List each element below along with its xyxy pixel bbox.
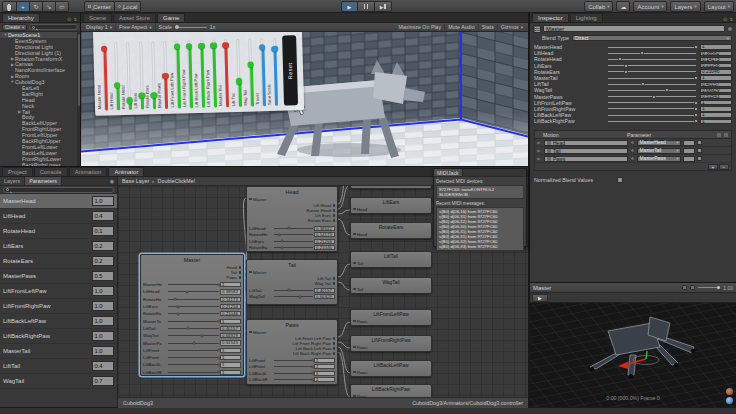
lock-icon[interactable]: ⊙	[723, 16, 727, 22]
hierarchy-search-input[interactable]	[29, 24, 78, 30]
slider-track[interactable]	[236, 39, 241, 107]
layers-dropdown[interactable]: Layers▾	[670, 1, 700, 12]
node-input-port[interactable]: Head	[353, 207, 367, 212]
gear-icon[interactable]	[727, 26, 733, 32]
weight-field[interactable]	[683, 156, 695, 162]
reset-button[interactable]: Reset	[282, 35, 298, 105]
camera-icon[interactable]	[690, 285, 695, 290]
slider-knob[interactable]	[694, 45, 698, 49]
mirror-checkbox[interactable]	[697, 148, 702, 153]
game-slider[interactable]: Time Scale	[268, 36, 282, 106]
motion-leaf-node[interactable]: RotateEars Head	[350, 222, 432, 239]
rotate-tool-button[interactable]: ↻	[30, 1, 43, 12]
motion-field[interactable]: Tail	[544, 148, 628, 154]
hand-tool-button[interactable]	[2, 1, 17, 12]
slider-knob[interactable]	[217, 283, 220, 286]
parameter-value-field[interactable]: 0.1	[92, 226, 114, 236]
tab-midijack[interactable]: MIDIJack	[434, 169, 463, 176]
parameter-slider[interactable]	[608, 115, 696, 116]
slider-value-field[interactable]: 0.14173	[220, 297, 241, 302]
preview-play-button[interactable]: ▶	[532, 294, 548, 302]
slider-knob[interactable]	[641, 82, 645, 86]
slider-value-field[interactable]: 1	[220, 282, 241, 287]
parameter-value-field[interactable]: 0.66929	[700, 88, 732, 93]
slider-track[interactable]	[151, 41, 156, 109]
slider-track[interactable]	[261, 38, 266, 106]
object-picker-icon[interactable]	[630, 140, 635, 145]
view-tab[interactable]: Game	[157, 13, 185, 22]
subtab[interactable]: Layers	[0, 177, 25, 185]
animator-parameter-row[interactable]: LiftBackLeftPaw 1.0	[0, 314, 117, 329]
parameter-value-field[interactable]: 0.2	[92, 241, 114, 251]
node-slider[interactable]	[168, 313, 219, 314]
mute-audio-toggle[interactable]: Mute Audio	[445, 24, 479, 30]
parameter-slider[interactable]	[608, 59, 696, 60]
slider-knob[interactable]	[217, 349, 220, 352]
play-button[interactable]: ▶	[341, 1, 358, 12]
node-input-port[interactable]: Paws	[353, 370, 367, 375]
slider-knob[interactable]	[618, 57, 622, 61]
parameter-dropdown[interactable]: MasterHead▾	[637, 140, 681, 146]
scale-slider[interactable]: Scale1x	[156, 23, 219, 31]
controller-name[interactable]: CuboidDog3	[123, 400, 153, 406]
remove-motion-button[interactable]: −	[719, 164, 729, 170]
display-dropdown[interactable]: Display 1▾	[83, 23, 116, 31]
slider-value-field[interactable]: 1	[220, 355, 241, 360]
menu-icon[interactable]: ≡	[730, 16, 733, 22]
parameter-value-field[interactable]: 1.0	[92, 301, 114, 311]
node-slider[interactable]	[168, 291, 219, 292]
menu-icon[interactable]: ≡	[74, 16, 77, 22]
parameter-value-field[interactable]: 1.0	[92, 346, 114, 356]
pivot-icon[interactable]	[682, 285, 687, 290]
slider-track[interactable]	[200, 40, 205, 108]
node-output-port[interactable]: Wag Tail	[314, 281, 335, 286]
parameter-slider[interactable]	[608, 90, 696, 91]
stats-toggle[interactable]: Stats	[479, 24, 498, 30]
node-slider[interactable]	[168, 335, 219, 336]
mirror-checkbox[interactable]	[697, 140, 702, 145]
drag-handle-icon[interactable]: =	[537, 148, 542, 154]
pivot-center-button[interactable]: Center	[84, 1, 115, 12]
slider-value-field[interactable]: 1	[220, 348, 241, 353]
node-slider[interactable]	[168, 321, 219, 322]
motion-leaf-node[interactable]: LiftTail Tail	[350, 251, 432, 268]
blend-type-dropdown[interactable]: Direct▾	[572, 35, 732, 42]
slider-value-field[interactable]: 0.21046	[220, 311, 241, 316]
slider-knob[interactable]	[280, 246, 283, 249]
parameter-value-field[interactable]: 0.38582	[700, 51, 732, 56]
slider-value-field[interactable]: 1	[314, 377, 335, 382]
motion-leaf-node[interactable]: WagTail Tail	[350, 277, 432, 294]
node-input-port[interactable]: Master	[249, 197, 266, 202]
slider-value-field[interactable]: 0.66929	[314, 294, 335, 299]
slider-knob[interactable]	[694, 119, 698, 123]
slider-knob[interactable]	[162, 73, 169, 80]
node-slider[interactable]	[274, 241, 313, 242]
slider-knob[interactable]	[217, 356, 220, 359]
blendtree-node-paws[interactable]: Paws Master Lift Front Left PawLift Fron…	[246, 319, 338, 385]
node-input-port[interactable]: Master	[249, 270, 266, 275]
slider-value-field[interactable]: 1	[220, 362, 241, 367]
inspector-tab[interactable]: Inspector	[532, 13, 569, 22]
parameter-dropdown[interactable]: MasterPaws▾	[637, 156, 681, 162]
dock-tab[interactable]: Animation	[69, 167, 108, 176]
slider-value-field[interactable]: 1	[220, 370, 241, 375]
slider-knob[interactable]	[217, 320, 220, 323]
game-viewport[interactable]: Master Head Lift Head Rotate Head Lift E…	[81, 32, 528, 166]
animator-parameter-row[interactable]: LiftTail 0.4	[0, 359, 117, 374]
asset-name-field[interactable]: Master	[543, 25, 725, 32]
node-slider[interactable]	[168, 372, 219, 373]
preview-header[interactable]: Master 1.00	[530, 283, 736, 293]
parameter-value-field[interactable]: 0.4	[92, 361, 114, 371]
slider-value-field[interactable]: 0.21258	[220, 304, 241, 309]
parameter-value-field[interactable]: 0.4	[92, 211, 114, 221]
animator-parameter-row[interactable]: MasterTail 1.0	[0, 344, 117, 359]
animator-parameter-row[interactable]: RotateHead 0.1	[0, 224, 117, 239]
weight-field[interactable]	[683, 148, 695, 154]
parameter-value-field[interactable]: 0.2	[92, 256, 114, 266]
slider-track[interactable]	[102, 43, 107, 111]
cloud-button[interactable]: ☁	[616, 1, 630, 12]
animator-parameter-row[interactable]: WagTail 0.7	[0, 374, 117, 389]
slider-knob[interactable]	[101, 45, 108, 52]
mirror-checkbox[interactable]	[697, 156, 702, 161]
node-slider[interactable]	[274, 296, 313, 297]
